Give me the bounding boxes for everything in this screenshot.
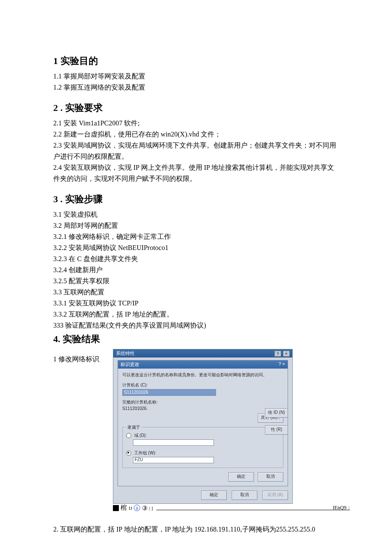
item-3-2-4: 3.2.4 创建新用户: [53, 264, 341, 276]
item-3-3: 3.3 互联网的配置: [53, 287, 341, 298]
item-3-3-3: 333 验证配置结果(文件夹的共享设置同局域网协议): [53, 320, 341, 331]
glyph-2: IJ: [129, 506, 132, 511]
item-2-3: 2.3 安装局域网协议，实现在局域网环境下文件共享。创建新用户；创建共享文件夹；…: [53, 140, 341, 162]
group-legend: 隶属于: [126, 424, 141, 430]
section-4-title: 4. 实验结果: [53, 333, 341, 346]
item-2-2: 2.2 新建一台虚拟机，使用已存在的 win20(X).vhd 文件；: [53, 129, 341, 140]
outer-ok-button[interactable]: 确定: [201, 491, 227, 500]
outer-button-row: 确定 取消 应用 (A): [113, 488, 292, 503]
item-3-2-3: 3.2.3 在 C 盘创建共享文件夹: [53, 253, 341, 264]
ocr-noise-row: 棺 IJ q ③ | ] IEnQ9：: [113, 504, 352, 512]
item-3-2-2: 3.2.2 安装局域网协议 NetBEUIProtoco1: [53, 242, 341, 253]
domain-radio-row[interactable]: 域 (D):: [126, 433, 280, 439]
outer-window-title: 系统特性: [116, 350, 135, 357]
computer-name-input[interactable]: S111201026: [122, 389, 216, 396]
domain-input[interactable]: [133, 439, 214, 446]
radio-checked-icon: [126, 450, 131, 456]
computer-name-label: 计算机名 (C):: [122, 382, 283, 388]
help-icon[interactable]: ?: [278, 361, 281, 366]
workgroup-radio-row[interactable]: 工作组 (W):: [126, 450, 280, 456]
item-3-2-1: 3.2.1 修改网络标识，确定网卡正常工作: [53, 231, 341, 242]
inner-titlebar: 标识更改 ? ×: [118, 360, 288, 369]
outer-titlebar: 系统特性 ? ×: [113, 349, 292, 357]
item-3-2: 3.2 局部对等网的配置: [53, 220, 341, 231]
system-properties-window: 系统特性 ? × 标识更改 ? × 可以更改这台计算机的名称和成员身份。更改可能…: [113, 349, 293, 504]
result-1-label: 1 修改网络标识: [53, 349, 113, 364]
workgroup-radio-label: 工作组 (W):: [134, 450, 156, 455]
outer-side-buttons: 络 ID (N) 性 (R): [262, 408, 288, 435]
full-name-value: S111201026.: [122, 406, 283, 411]
item-1-1: 1.1 掌握局部对等网安装及配置: [53, 71, 341, 82]
underline-rule: [156, 506, 350, 510]
item-3-3-2: 3.3.2 互联网的配置，括 IP 地址的配置。: [53, 309, 341, 320]
member-of-group: 隶属于 域 (D): 工作组 (W): FZU: [122, 427, 283, 468]
glyph-3: ③: [142, 504, 147, 512]
item-3-2-5: 3.2.5 配置共享权限: [53, 276, 341, 287]
domain-radio-label: 域 (D):: [134, 433, 147, 438]
close-icon[interactable]: ×: [282, 361, 285, 366]
result-2-text: 2. 互联网的配置，括 IP 地址的配置，IP 地址为 192.168.191.…: [53, 524, 341, 535]
glyph-right: IEnQ9：: [333, 504, 352, 511]
outer-cancel-button[interactable]: 取消: [232, 491, 257, 500]
section-3-title: 3 . 实验步骤: [53, 193, 341, 206]
window-buttons: ? ×: [274, 351, 290, 357]
section-1-title: 1 实验目的: [53, 55, 341, 67]
radio-unchecked-icon: [126, 433, 131, 438]
glyph-q: q: [134, 505, 140, 511]
outer-apply-button[interactable]: 应用 (A): [262, 491, 288, 500]
close-icon[interactable]: ×: [283, 351, 290, 357]
inner-cancel-button[interactable]: 取消: [258, 472, 283, 482]
black-square-icon: [113, 505, 119, 511]
item-2-4: 2.4 安装互联网协议，实现 IP 网上文件共享。使用 IP 地址搜索其他计算机…: [53, 162, 341, 184]
full-name-label: 完整的计算机名称:: [122, 399, 283, 405]
network-id-button[interactable]: 络 ID (N): [265, 408, 288, 418]
inner-window-title: 标识更改: [121, 361, 139, 368]
section-2-title: 2 . 实验要求: [53, 102, 341, 114]
help-icon[interactable]: ?: [274, 351, 281, 357]
inner-ok-button[interactable]: 确定: [228, 472, 254, 482]
item-1-2: 1.2 掌握互连网络的安装及配置: [53, 82, 341, 93]
glyph-1: 棺: [121, 504, 127, 512]
item-3-1: 3.1 安装虚拟机: [53, 209, 341, 220]
item-2-1: 2.1 安装 Vim1a1PC2007 软件;: [53, 118, 341, 129]
properties-button[interactable]: 性 (R): [265, 425, 288, 435]
inner-window-buttons: ? ×: [278, 361, 285, 368]
item-3-3-1: 3.3.1 安装互联网协议 TCP/IP: [53, 298, 341, 309]
workgroup-input[interactable]: FZU: [133, 457, 214, 463]
glyph-bar: | ]: [149, 506, 153, 511]
dialog-description: 可以更改这台计算机的名称和成员身份。更改可能会影响对网络资源的访问。: [122, 372, 283, 378]
